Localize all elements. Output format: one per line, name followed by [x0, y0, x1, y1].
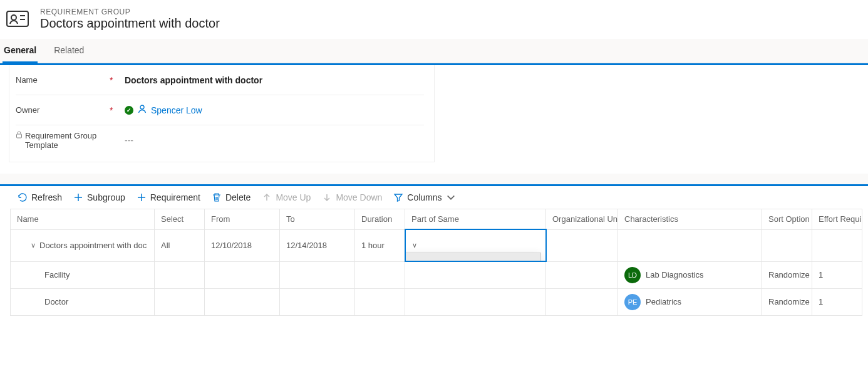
movedown-button[interactable]: Move Down [322, 192, 382, 202]
cell-effort[interactable]: 1 [812, 288, 862, 315]
cell-to[interactable]: 12/14/2018 [280, 229, 355, 261]
delete-button[interactable]: Delete [212, 192, 251, 202]
col-duration[interactable]: Duration [355, 209, 405, 230]
cell-part-of-same[interactable]: ∨ Organizational Unit Resource Tree Loca… [405, 229, 546, 261]
col-select[interactable]: Select [155, 209, 205, 230]
col-effort[interactable]: Effort Require [812, 209, 862, 230]
columns-button[interactable]: Columns [393, 192, 455, 202]
cell-char[interactable] [618, 229, 762, 261]
cell-select[interactable]: All [155, 229, 205, 261]
filter-icon [393, 192, 403, 202]
breadcrumb: REQUIREMENT GROUP [40, 8, 220, 16]
dropdown-option-org-unit[interactable]: Organizational Unit [405, 253, 540, 261]
trash-icon [212, 192, 222, 202]
svg-rect-5 [17, 134, 22, 138]
cell-char[interactable]: LD Lab Diagnostics [618, 261, 762, 288]
name-label: Name [16, 75, 110, 85]
lock-icon [16, 131, 23, 140]
cell-char[interactable]: PE Pediatrics [618, 288, 762, 315]
form-row-owner: Owner * Spencer Low [16, 95, 424, 125]
chevron-down-icon [446, 192, 456, 202]
owner-value[interactable]: Spencer Low [125, 104, 202, 116]
svg-point-4 [140, 105, 144, 109]
col-char[interactable]: Characteristics [618, 209, 762, 230]
page-header: REQUIREMENT GROUP Doctors appointment wi… [0, 0, 868, 39]
cell-effort[interactable] [812, 229, 862, 261]
avatar-pe: PE [624, 294, 641, 310]
requirement-group-icon [5, 6, 30, 31]
required-asterisk: * [110, 75, 125, 85]
cell-name[interactable]: ∨ Doctors appointment with doc [11, 229, 155, 261]
grid-toolbar: Refresh Subgroup Requirement Delete Move… [0, 186, 868, 209]
refresh-button[interactable]: Refresh [18, 192, 62, 202]
grid-row-doctor[interactable]: Doctor PE Pediatrics Randomize 1 [11, 288, 862, 315]
form-block: Name * Doctors appointment with doctor O… [0, 63, 868, 162]
tab-general[interactable]: General [3, 39, 38, 63]
arrow-down-icon [322, 192, 332, 202]
arrow-up-icon [262, 192, 272, 202]
presence-available-icon [125, 106, 133, 115]
plus-icon [73, 192, 83, 202]
cell-from[interactable]: 12/10/2018 [205, 229, 280, 261]
col-name[interactable]: Name [11, 209, 155, 230]
cell-org[interactable] [546, 229, 618, 261]
owner-label: Owner [16, 105, 110, 115]
tab-related[interactable]: Related [53, 39, 85, 63]
moveup-button[interactable]: Move Up [262, 192, 311, 202]
cell-effort[interactable]: 1 [812, 261, 862, 288]
subgroup-button[interactable]: Subgroup [73, 192, 125, 202]
chevron-down-icon[interactable]: ∨ [31, 241, 36, 249]
person-icon [137, 104, 147, 116]
cell-sort[interactable] [762, 229, 812, 261]
plus-icon [137, 192, 147, 202]
avatar-ld: LD [624, 267, 641, 283]
col-from[interactable]: From [205, 209, 280, 230]
col-sort[interactable]: Sort Option [762, 209, 812, 230]
cell-name[interactable]: Doctor [11, 288, 155, 315]
requirement-button[interactable]: Requirement [137, 192, 200, 202]
col-to[interactable]: To [280, 209, 355, 230]
grid-row-parent[interactable]: ∨ Doctors appointment with doc All 12/10… [11, 229, 862, 261]
col-org[interactable]: Organizational Unit [546, 209, 618, 230]
cell-name[interactable]: Facility [11, 261, 155, 288]
name-value[interactable]: Doctors appointment with doctor [125, 75, 262, 85]
cell-sort[interactable]: Randomize [762, 288, 812, 315]
cell-duration[interactable]: 1 hour [355, 229, 405, 261]
grid-header-row: Name Select From To Duration Part of Sam… [11, 209, 862, 230]
section-divider [0, 174, 868, 186]
part-of-same-dropdown: Organizational Unit Resource Tree Locati… [405, 253, 541, 261]
refresh-icon [18, 192, 28, 202]
cell-sort[interactable]: Randomize [762, 261, 812, 288]
form-row-template: Requirement Group Template --- [16, 125, 424, 155]
requirements-grid: Name Select From To Duration Part of Sam… [10, 209, 862, 316]
grid-row-facility[interactable]: Facility LD Lab Diagnostics Randomize 1 [11, 261, 862, 288]
col-part[interactable]: Part of Same [405, 209, 546, 230]
template-label: Requirement Group Template [16, 131, 110, 150]
tab-bar: General Related [0, 39, 868, 63]
owner-link[interactable]: Spencer Low [151, 105, 202, 115]
page-title: Doctors appointment with doctor [40, 16, 220, 31]
svg-point-1 [11, 15, 16, 20]
template-value: --- [125, 135, 133, 145]
required-asterisk: * [110, 105, 125, 115]
form-row-name: Name * Doctors appointment with doctor [16, 65, 424, 95]
